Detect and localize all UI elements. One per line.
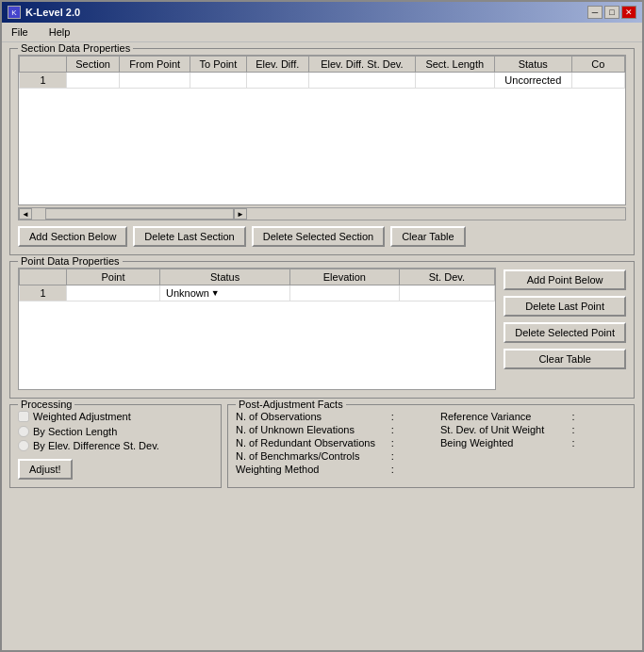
delete-last-point-button[interactable]: Delete Last Point: [504, 296, 626, 317]
scroll-thumb[interactable]: [45, 208, 234, 220]
n-benchmarks-value: [409, 450, 421, 462]
weighting-method-colon: :: [391, 464, 406, 475]
weighted-checkbox[interactable]: [18, 411, 29, 422]
row-length[interactable]: [415, 73, 494, 89]
delete-last-section-button[interactable]: Delete Last Section: [133, 226, 245, 247]
point-col-num: [20, 269, 67, 285]
point-row-num: 1: [20, 285, 67, 302]
delete-selected-section-button[interactable]: Delete Selected Section: [252, 226, 385, 247]
weighted-row: Weighted Adjustment: [18, 411, 213, 422]
n-benchmarks-label: N. of Benchmarks/Controls: [236, 450, 388, 462]
point-group-label: Point Data Properties: [18, 255, 123, 267]
status-value: Unknown: [166, 287, 209, 299]
section-buttons: Add Section Below Delete Last Section De…: [18, 226, 626, 247]
scroll-left[interactable]: ◄: [19, 208, 32, 220]
row-elev-diff[interactable]: [246, 73, 308, 89]
add-point-button[interactable]: Add Point Below: [504, 269, 626, 290]
point-row-elevation[interactable]: [290, 285, 399, 302]
st-dev-colon: :: [571, 424, 598, 435]
point-table-row[interactable]: 1 Unknown ▼: [20, 285, 495, 302]
point-row-stdev[interactable]: [399, 285, 495, 302]
by-section-label: By Section Length: [33, 426, 117, 437]
post-adjustment-group: Post-Adjustment Facts N. of Observations…: [227, 404, 635, 488]
by-section-row: By Section Length: [18, 426, 213, 437]
row-section[interactable]: [67, 73, 120, 89]
dropdown-arrow-icon[interactable]: ▼: [211, 288, 220, 298]
weighting-method-value: [409, 464, 421, 475]
menu-file[interactable]: File: [6, 24, 34, 40]
section-col-from: From Point: [120, 57, 190, 73]
section-col-length: Sect. Length: [415, 57, 494, 73]
row-from[interactable]: [120, 73, 190, 89]
post-adjustment-label: Post-Adjustment Facts: [236, 399, 346, 410]
by-elev-radio[interactable]: [18, 440, 29, 451]
section-scrollbar[interactable]: ◄ ►: [18, 207, 626, 220]
row-status[interactable]: Uncorrected: [494, 73, 571, 89]
title-bar: K K-Level 2.0 ─ □ ✕: [2, 2, 642, 23]
n-redundant-colon: :: [391, 437, 406, 448]
status-dropdown[interactable]: Unknown ▼: [166, 287, 284, 299]
section-col-elev-diff-st: Elev. Diff. St. Dev.: [308, 57, 415, 73]
point-table-container[interactable]: Point Status Elevation St. Dev. 1: [18, 268, 496, 390]
title-bar-left: K K-Level 2.0: [8, 6, 80, 19]
being-weighted-value: [603, 437, 626, 448]
by-section-radio[interactable]: [18, 426, 29, 437]
close-button[interactable]: ✕: [621, 6, 636, 19]
by-elev-row: By Elev. Difference St. Dev.: [18, 440, 213, 451]
point-col-stdev: St. Dev.: [399, 269, 495, 285]
section-col-co: Co: [571, 57, 624, 73]
by-elev-label: By Elev. Difference St. Dev.: [33, 440, 159, 451]
row-elev-diff-st[interactable]: [308, 73, 415, 89]
main-window: K K-Level 2.0 ─ □ ✕ File Help Section Da…: [0, 0, 644, 652]
menu-help[interactable]: Help: [43, 24, 76, 40]
maximize-button[interactable]: □: [604, 6, 619, 19]
delete-selected-point-button[interactable]: Delete Selected Point: [504, 322, 626, 343]
clear-point-table-button[interactable]: Clear Table: [504, 349, 626, 369]
section-col-elev-diff: Elev. Diff.: [246, 57, 308, 73]
n-unknown-colon: :: [391, 424, 406, 435]
point-row-status[interactable]: Unknown ▼: [160, 285, 290, 302]
bottom-row: Processing Weighted Adjustment By Sectio…: [9, 404, 635, 488]
row-to[interactable]: [190, 73, 246, 89]
adjust-button[interactable]: Adjust!: [18, 459, 73, 480]
n-obs-value: [409, 411, 421, 422]
n-obs-colon: :: [391, 411, 406, 422]
point-table: Point Status Elevation St. Dev. 1: [19, 269, 495, 302]
ref-var-label: Reference Variance: [440, 411, 568, 422]
section-table-container[interactable]: Section From Point To Point Elev. Diff. …: [18, 55, 626, 205]
menubar: File Help: [2, 23, 642, 42]
point-group-inner: Point Status Elevation St. Dev. 1: [18, 268, 626, 390]
processing-label: Processing: [18, 399, 74, 410]
n-redundant-value: [409, 437, 421, 448]
ref-var-colon: :: [571, 411, 598, 422]
scroll-right[interactable]: ►: [234, 208, 247, 220]
row-co[interactable]: [571, 73, 624, 89]
section-col-num: [20, 57, 67, 73]
clear-section-table-button[interactable]: Clear Table: [390, 226, 465, 247]
content-area: Section Data Properties Section From Poi…: [2, 42, 642, 650]
point-col-point: Point: [67, 269, 160, 285]
section-col-section: Section: [67, 57, 120, 73]
point-group: Point Data Properties Point Status Eleva…: [9, 261, 635, 399]
st-dev-label: St. Dev. of Unit Weight: [440, 424, 568, 435]
add-section-button[interactable]: Add Section Below: [18, 226, 127, 247]
being-weighted-label: Being Weighted: [440, 437, 568, 448]
being-weighted-colon: :: [571, 437, 598, 448]
point-col-status: Status: [160, 269, 290, 285]
section-col-status: Status: [494, 57, 571, 73]
n-unknown-label: N. of Unknown Elevations: [236, 424, 388, 435]
table-row[interactable]: 1 Uncorrected: [20, 73, 625, 89]
processing-group: Processing Weighted Adjustment By Sectio…: [9, 404, 222, 488]
weighted-label: Weighted Adjustment: [33, 411, 131, 422]
point-col-elevation: Elevation: [290, 269, 399, 285]
st-dev-value: [603, 424, 626, 435]
section-group: Section Data Properties Section From Poi…: [9, 48, 635, 255]
n-unknown-value: [409, 424, 421, 435]
n-benchmarks-colon: :: [391, 450, 406, 462]
section-col-to: To Point: [190, 57, 246, 73]
ref-var-value: [603, 411, 626, 422]
section-group-label: Section Data Properties: [18, 42, 133, 54]
point-buttons: Add Point Below Delete Last Point Delete…: [504, 268, 626, 390]
point-row-point[interactable]: [67, 285, 160, 302]
minimize-button[interactable]: ─: [587, 6, 603, 19]
